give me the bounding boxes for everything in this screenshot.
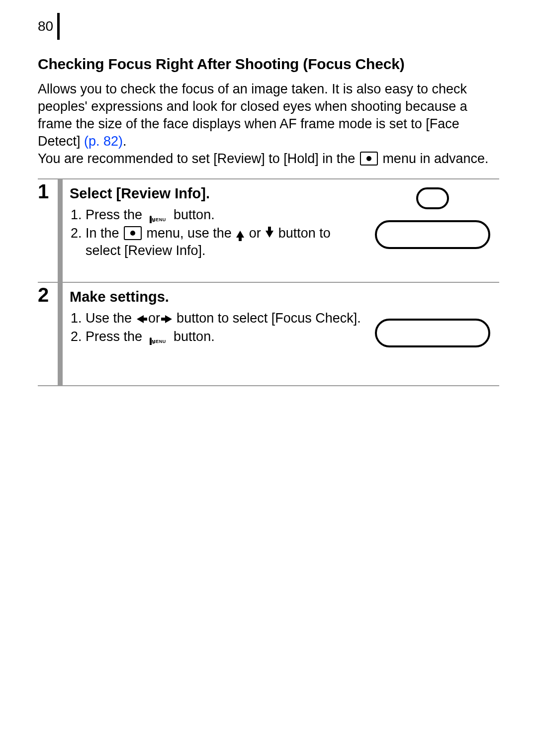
arrow-left-icon: [137, 315, 144, 323]
camera-menu-icon: [124, 226, 142, 240]
intro-text-1b: .: [123, 134, 127, 149]
step-substep: Press the MENU button.: [86, 206, 363, 224]
substep-text: Press the: [86, 329, 146, 344]
step-title: Select [Review Info].: [70, 184, 363, 203]
substep-text: menu, use the: [147, 226, 236, 241]
step-substep: In the menu, use the or button to select…: [86, 225, 363, 259]
section-heading: Checking Focus Right After Shooting (Foc…: [38, 55, 499, 74]
step-substep: Press the MENU button.: [86, 328, 363, 345]
button-shape-icon: [416, 187, 449, 209]
step-number: 1: [38, 179, 58, 282]
step-substep: Use the or button to select [Focus Check…: [86, 310, 363, 327]
menu-button-icon: MENU: [148, 339, 168, 344]
arrow-right-icon: [165, 315, 172, 323]
step-side-illustration: [368, 184, 497, 272]
page-number-divider: [57, 13, 60, 40]
arrow-down-icon: [266, 231, 273, 238]
page-reference-link[interactable]: (p. 82): [84, 134, 123, 149]
arrow-up-icon: [236, 231, 244, 238]
substep-text: or: [249, 226, 265, 241]
substep-text: Use the: [86, 311, 136, 326]
button-pill-icon: [375, 220, 490, 249]
step-row: 1 Select [Review Info]. Press the MENU b…: [38, 179, 499, 283]
menu-button-icon: MENU: [148, 217, 168, 222]
substep-text: In the: [86, 226, 123, 241]
page-number: 80: [38, 18, 57, 34]
substep-text: button.: [174, 329, 215, 344]
step-vertical-bar: [58, 283, 63, 385]
intro-paragraph: Allows you to check the focus of an imag…: [38, 81, 499, 168]
page-number-wrap: 80: [38, 13, 499, 40]
substep-text: button to select [Focus Check].: [177, 311, 361, 326]
step-number: 2: [38, 283, 58, 385]
step-row: 2 Make settings. Use the or button to se…: [38, 283, 499, 386]
substep-text: button.: [174, 207, 215, 222]
substep-text: Press the: [86, 207, 146, 222]
button-pill-icon: [375, 319, 490, 347]
intro-text-2a: You are recommended to set [Review] to […: [38, 151, 359, 166]
camera-menu-icon: [360, 152, 378, 166]
step-vertical-bar: [58, 179, 63, 282]
step-side-illustration: [368, 288, 497, 375]
intro-text-2b: menu in advance.: [382, 151, 488, 166]
step-title: Make settings.: [70, 288, 363, 307]
